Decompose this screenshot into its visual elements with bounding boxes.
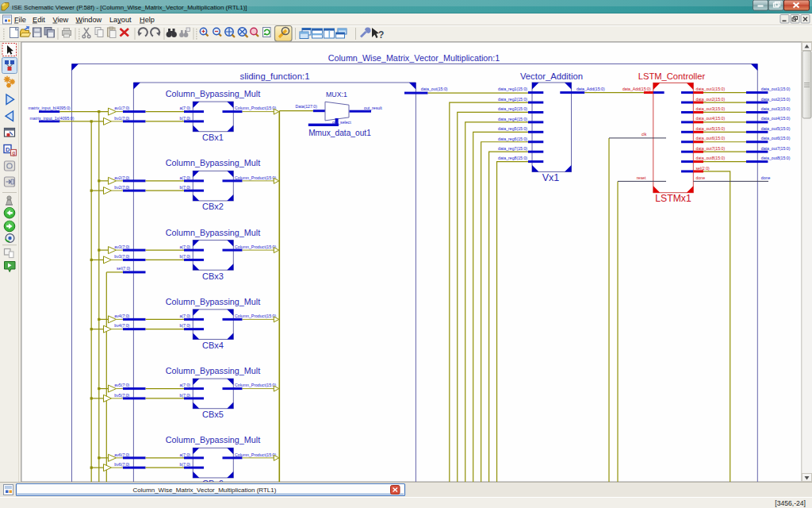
svg-text:sel(7:0): sel(7:0) [117, 266, 131, 271]
svg-text:out_result: out_result [364, 106, 382, 110]
svg-text:Mmux_data_out1: Mmux_data_out1 [308, 129, 371, 137]
svg-text:Vector_Addition: Vector_Addition [520, 71, 583, 81]
svg-text:data_out7(15:0): data_out7(15:0) [761, 146, 791, 151]
svg-text:CBx4: CBx4 [202, 341, 224, 350]
svg-text:data_out2(15:0): data_out2(15:0) [696, 97, 726, 102]
svg-text:Column_Product(15:0): Column_Product(15:0) [235, 106, 276, 110]
svg-text:b(7:0): b(7:0) [179, 185, 190, 190]
svg-text:matrix_input_1x(4095:0): matrix_input_1x(4095:0) [30, 116, 75, 121]
svg-text:data_out7(15:0): data_out7(15:0) [696, 146, 726, 151]
svg-text:g: g [12, 150, 15, 156]
svg-text:bv2(7:0): bv2(7:0) [114, 185, 129, 190]
svg-text:done: done [761, 175, 771, 180]
svg-text:LSTM_Controller: LSTM_Controller [638, 71, 706, 81]
svg-text:CBx3: CBx3 [202, 271, 224, 281]
svg-text:CBx1: CBx1 [202, 133, 224, 142]
svg-text:av6(7:0): av6(7:0) [114, 452, 129, 457]
svg-text:data_Add(15:0): data_Add(15:0) [622, 87, 651, 91]
svg-text:ISE Schematic Viewer (P.58f) -: ISE Schematic Viewer (P.58f) - [Column_W… [12, 4, 247, 11]
svg-text:[3456,-24]: [3456,-24] [775, 499, 806, 507]
svg-text:av5(7:0): av5(7:0) [114, 383, 129, 387]
svg-text:av4(7:0): av4(7:0) [114, 314, 129, 318]
svg-text:b(7:0): b(7:0) [179, 323, 190, 328]
svg-text:clk: clk [642, 132, 647, 137]
svg-text:a(7:0): a(7:0) [179, 244, 190, 249]
svg-text:MUX:1: MUX:1 [326, 90, 347, 98]
svg-text:data_out6(15:0): data_out6(15:0) [761, 136, 791, 140]
svg-text:Window: Window [76, 16, 102, 24]
svg-text:a(7:0): a(7:0) [179, 452, 190, 457]
svg-text:data_out1(15:0): data_out1(15:0) [761, 87, 791, 91]
svg-text:data_out6(15:0): data_out6(15:0) [696, 136, 726, 140]
svg-text:b(7:0): b(7:0) [179, 393, 190, 398]
svg-text:data_out3(15:0): data_out3(15:0) [761, 106, 791, 111]
svg-text:LSTMx1: LSTMx1 [655, 193, 691, 204]
svg-text:av1(7:0): av1(7:0) [114, 106, 129, 110]
svg-text:data_out4(15:0): data_out4(15:0) [696, 116, 726, 121]
svg-text:Column_Bypassing_Mult: Column_Bypassing_Mult [166, 228, 260, 237]
svg-text:data_out3(15:0): data_out3(15:0) [696, 106, 726, 111]
svg-text:done: done [696, 175, 706, 180]
svg-text:bv3(7:0): bv3(7:0) [114, 254, 129, 259]
svg-text:CBx2: CBx2 [202, 202, 224, 211]
svg-text:b(7:0): b(7:0) [179, 462, 190, 467]
svg-text:Column_Wise_Matrix_Vector_Mult: Column_Wise_Matrix_Vector_Multiplication… [328, 53, 500, 63]
svg-text:data_Add(15:0): data_Add(15:0) [576, 87, 605, 91]
svg-text:data_out8(15:0): data_out8(15:0) [696, 156, 726, 160]
svg-text:a(7:0): a(7:0) [179, 383, 190, 387]
svg-text:av3(7:0): av3(7:0) [114, 244, 129, 249]
svg-text:data_out1(15:0): data_out1(15:0) [696, 87, 726, 91]
svg-text:data_reg4(15:0): data_reg4(15:0) [498, 117, 527, 121]
svg-text:data_out5(15:0): data_out5(15:0) [761, 126, 791, 131]
svg-text:a(7:0): a(7:0) [179, 314, 190, 318]
svg-text:matrix_input_b(4095:0): matrix_input_b(4095:0) [29, 106, 71, 110]
svg-text:CBx5: CBx5 [202, 410, 224, 419]
svg-text:data_out5(15:0): data_out5(15:0) [696, 126, 726, 131]
svg-text:data_reg1(15:0): data_reg1(15:0) [498, 87, 527, 91]
svg-text:bv4(7:0): bv4(7:0) [114, 323, 129, 328]
svg-text:File: File [14, 16, 26, 24]
svg-text:data_reg7(15:0): data_reg7(15:0) [498, 146, 527, 151]
svg-text:sliding_function:1: sliding_function:1 [239, 71, 309, 81]
svg-text:?: ? [378, 29, 384, 40]
svg-text:data_reg2(15:0): data_reg2(15:0) [498, 97, 527, 102]
svg-text:out_select: out_select [332, 120, 351, 125]
svg-text:Column_Bypassing_Mult: Column_Bypassing_Mult [166, 366, 260, 375]
svg-text:Column_Bypassing_Mult: Column_Bypassing_Mult [166, 89, 260, 98]
svg-text:Layout: Layout [109, 16, 132, 24]
svg-text:data_reg6(15:0): data_reg6(15:0) [498, 137, 527, 141]
svg-text:View: View [53, 16, 69, 24]
svg-text:Column_Product(15:0): Column_Product(15:0) [235, 383, 276, 387]
svg-text:data_out4(15:0): data_out4(15:0) [761, 116, 791, 121]
svg-text:data_out2(15:0): data_out2(15:0) [761, 97, 791, 102]
svg-text:a(7:0): a(7:0) [179, 175, 190, 180]
svg-text:av2(7:0): av2(7:0) [114, 175, 129, 180]
svg-text:Column_Product(15:0): Column_Product(15:0) [235, 175, 276, 180]
svg-text:bv1(7:0): bv1(7:0) [114, 116, 129, 121]
svg-text:data_out(15:0): data_out(15:0) [421, 87, 448, 91]
svg-text:sel(2:0): sel(2:0) [696, 166, 710, 171]
svg-text:bv5(7:0): bv5(7:0) [114, 393, 129, 398]
svg-text:data_out8(15:0): data_out8(15:0) [761, 156, 791, 160]
svg-text:reset: reset [637, 175, 646, 180]
svg-text:data_reg5(15:0): data_reg5(15:0) [498, 126, 527, 131]
svg-text:bv6(7:0): bv6(7:0) [114, 462, 129, 467]
svg-text:b(7:0): b(7:0) [179, 254, 190, 259]
svg-text:Column_Wise_Matrix_Vector_Mult: Column_Wise_Matrix_Vector_Multiplication… [133, 487, 277, 494]
svg-text:Column_Product(15:0): Column_Product(15:0) [235, 452, 276, 457]
svg-text:data_reg8(15:0): data_reg8(15:0) [498, 156, 527, 160]
svg-text:b(7:0): b(7:0) [179, 116, 190, 121]
svg-text:Help: Help [140, 16, 155, 24]
svg-text:Column_Product(15:0): Column_Product(15:0) [235, 314, 276, 318]
svg-text:Column_Bypassing_Mult: Column_Bypassing_Mult [166, 158, 260, 167]
svg-text:D: D [6, 146, 10, 153]
svg-text:Edit: Edit [33, 16, 45, 24]
svg-text:Vx1: Vx1 [542, 172, 560, 183]
svg-text:Column_Product(15:0): Column_Product(15:0) [235, 244, 276, 249]
svg-text:data_reg3(15:0): data_reg3(15:0) [498, 106, 527, 111]
svg-text:Column_Bypassing_Mult: Column_Bypassing_Mult [166, 297, 260, 306]
svg-text:a(7:0): a(7:0) [179, 106, 190, 110]
svg-text:Column_Bypassing_Mult: Column_Bypassing_Mult [166, 435, 260, 444]
svg-text:Data(127:0): Data(127:0) [296, 104, 318, 109]
